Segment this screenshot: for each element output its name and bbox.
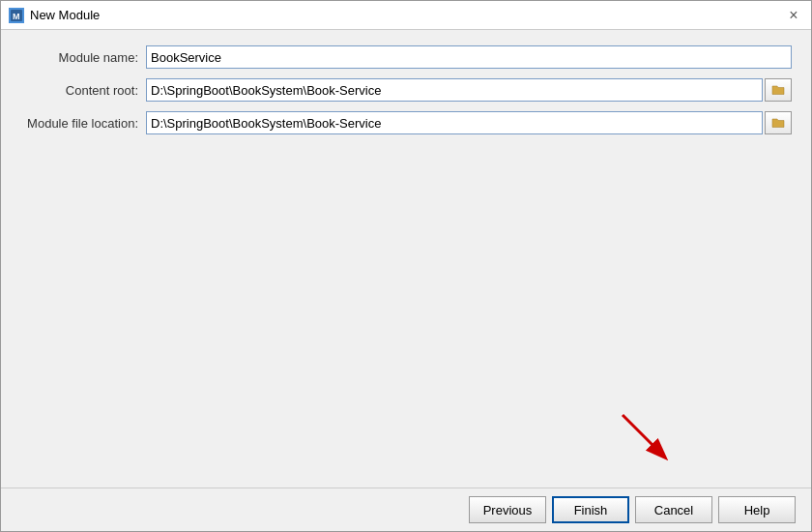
content-root-label: Content root: xyxy=(20,83,146,98)
spacer xyxy=(20,144,792,410)
module-file-location-folder-button[interactable] xyxy=(765,111,792,134)
module-name-row: Module name: xyxy=(20,45,792,69)
content-root-input[interactable] xyxy=(146,78,763,102)
module-name-input-wrapper xyxy=(146,45,792,69)
cancel-button[interactable]: Cancel xyxy=(635,496,712,523)
dialog-footer: Previous Finish Cancel Help xyxy=(1,488,811,531)
dialog-title: New Module xyxy=(30,8,784,22)
module-file-location-label: Module file location: xyxy=(20,116,146,131)
svg-line-3 xyxy=(623,415,664,457)
title-bar: M New Module × xyxy=(1,1,811,30)
content-root-row: Content root: xyxy=(20,78,792,102)
finish-button[interactable]: Finish xyxy=(552,496,629,523)
dialog-content: Module name: Content root: Module file l… xyxy=(1,30,811,488)
new-module-dialog: M New Module × Module name: Content root… xyxy=(0,0,812,532)
module-name-label: Module name: xyxy=(20,50,146,65)
help-button[interactable]: Help xyxy=(718,496,796,523)
content-root-input-wrapper xyxy=(146,78,792,102)
module-file-location-input[interactable] xyxy=(146,111,763,134)
previous-button[interactable]: Previous xyxy=(469,496,546,523)
module-file-location-input-wrapper xyxy=(146,111,792,134)
svg-text:M: M xyxy=(13,12,20,21)
close-button[interactable]: × xyxy=(784,6,803,25)
arrow-area xyxy=(20,410,792,472)
content-root-folder-button[interactable] xyxy=(765,78,792,102)
finish-arrow-icon xyxy=(618,410,676,468)
module-file-location-row: Module file location: xyxy=(20,111,792,134)
dialog-icon: M xyxy=(9,8,24,23)
module-name-input[interactable] xyxy=(146,45,792,69)
